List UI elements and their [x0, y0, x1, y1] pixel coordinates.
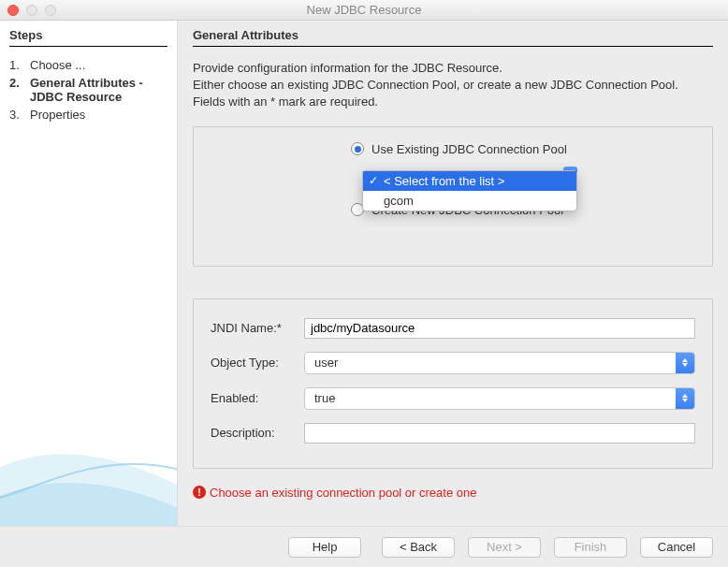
error-message-row: ! Choose an existing connection pool or … — [193, 486, 713, 500]
next-button: Next > — [468, 537, 541, 558]
object-type-value: user — [304, 352, 695, 374]
step-item: 3. Properties — [9, 106, 167, 124]
steps-list: 1. Choose ... 2. General Attributes - JD… — [9, 56, 167, 124]
step-number: 3. — [9, 108, 30, 122]
minimize-window-button — [26, 5, 37, 16]
step-item-current: 2. General Attributes - JDBC Resource — [9, 74, 167, 106]
intro-line: Fields with an * mark are required. — [193, 94, 713, 110]
back-button[interactable]: < Back — [382, 537, 455, 558]
step-number: 1. — [9, 58, 30, 72]
steps-heading: Steps — [9, 28, 167, 47]
sidebar-decorative-art — [0, 376, 178, 526]
chevron-updown-icon — [676, 353, 694, 373]
radio-use-existing[interactable]: Use Existing JDBC Connection Pool — [351, 142, 697, 156]
intro-line: Provide configuration information for th… — [193, 60, 713, 77]
intro-text: Provide configuration information for th… — [193, 60, 713, 111]
traffic-lights — [0, 5, 56, 16]
field-row-jndi: JNDI Name:* — [211, 318, 695, 339]
jndi-name-input[interactable] — [304, 318, 695, 339]
enabled-label: Enabled: — [211, 391, 304, 405]
content-heading: General Attributes — [193, 28, 713, 47]
titlebar: New JDBC Resource — [0, 0, 728, 21]
connection-pool-panel: Use Existing JDBC Connection Pool Create… — [193, 126, 713, 267]
wizard-button-bar: Help < Back Next > Finish Cancel — [0, 526, 728, 567]
step-item: 1. Choose ... — [9, 56, 167, 74]
zoom-window-button — [45, 5, 56, 16]
object-type-select[interactable]: user — [304, 352, 695, 374]
error-message: Choose an existing connection pool or cr… — [210, 486, 476, 500]
intro-line: Either choose an existing JDBC Connectio… — [193, 77, 713, 94]
finish-button: Finish — [554, 537, 627, 558]
jndi-name-label: JNDI Name:* — [211, 321, 304, 335]
close-window-button[interactable] — [7, 5, 19, 16]
window-title: New JDBC Resource — [307, 3, 422, 17]
step-number: 2. — [9, 76, 30, 90]
enabled-value: true — [304, 387, 695, 410]
radio-icon — [351, 142, 364, 155]
field-row-object-type: Object Type: user — [211, 352, 695, 374]
description-input[interactable] — [304, 423, 695, 443]
object-type-label: Object Type: — [211, 356, 304, 370]
step-label: Choose ... — [30, 58, 85, 72]
enabled-select[interactable]: true — [304, 387, 695, 410]
steps-sidebar: Steps 1. Choose ... 2. General Attribute… — [0, 21, 178, 526]
chevron-updown-icon — [676, 388, 694, 409]
attributes-panel: JNDI Name:* Object Type: user Enabled: t… — [193, 298, 713, 469]
description-label: Description: — [211, 426, 304, 440]
dropdown-option[interactable]: gcom — [363, 191, 576, 211]
help-button[interactable]: Help — [288, 537, 361, 558]
connection-pool-dropdown[interactable]: < Select from the list > gcom — [362, 170, 577, 211]
field-row-description: Description: — [211, 423, 695, 443]
cancel-button[interactable]: Cancel — [640, 537, 713, 558]
error-icon: ! — [193, 486, 206, 499]
field-row-enabled: Enabled: true — [211, 387, 695, 410]
radio-label: Use Existing JDBC Connection Pool — [371, 142, 567, 156]
step-label: General Attributes - JDBC Resource — [30, 76, 167, 104]
dropdown-option-placeholder[interactable]: < Select from the list > — [363, 171, 576, 191]
content-area: General Attributes Provide configuration… — [178, 21, 728, 526]
step-label: Properties — [30, 108, 85, 122]
